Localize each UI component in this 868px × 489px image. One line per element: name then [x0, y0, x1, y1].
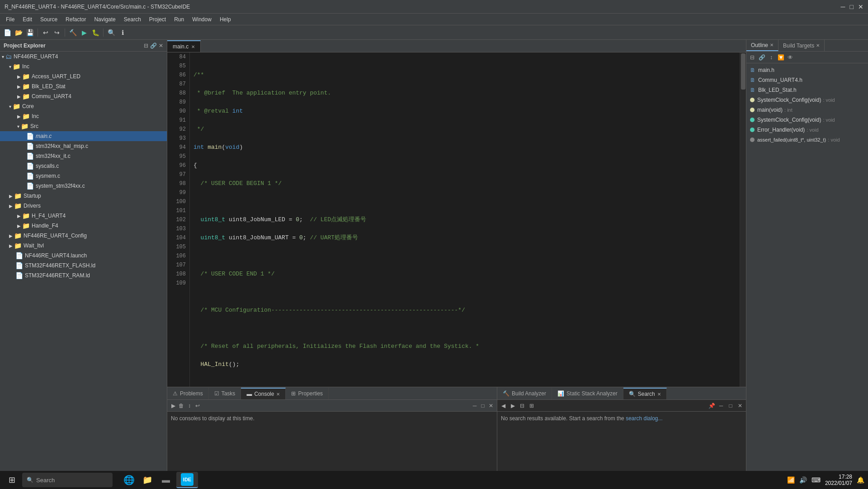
- tree-item-syscalls[interactable]: 📄 syscalls.c: [0, 161, 167, 171]
- taskbar-terminal-btn[interactable]: ▬: [158, 472, 174, 488]
- tab-build-analyzer[interactable]: 🔨 Build Analyzer: [497, 388, 552, 399]
- collapse-all-icon[interactable]: ⊟: [144, 43, 148, 49]
- taskbar-notification-icon[interactable]: 🔔: [857, 476, 864, 484]
- outline-item-main-h[interactable]: 🗎 main.h: [746, 65, 868, 75]
- search-show-previous-btn[interactable]: ◀: [499, 402, 507, 410]
- search-pin-btn[interactable]: 📌: [708, 402, 716, 410]
- tree-item-sysmem[interactable]: 📄 sysmem.c: [0, 171, 167, 181]
- outline-filter-btn[interactable]: 🔽: [777, 53, 785, 62]
- menu-project[interactable]: Project: [146, 15, 170, 24]
- tree-item-system-stm32f4xx[interactable]: 📄 system_stm32f4xx.c: [0, 181, 167, 191]
- menu-window[interactable]: Window: [189, 15, 215, 24]
- tab-close-icon[interactable]: ✕: [191, 44, 195, 49]
- search-expand-btn[interactable]: ⊞: [528, 402, 536, 410]
- taskbar-explorer-btn[interactable]: 📁: [139, 472, 156, 488]
- build-targets-close-icon[interactable]: ✕: [816, 43, 820, 48]
- tree-item-wait-ltvl[interactable]: ▶ 📁 Wait_ltvl: [0, 241, 167, 251]
- outline-link-with-editor-btn[interactable]: 🔗: [758, 53, 766, 62]
- outline-item-sysclock-decl[interactable]: SystemClock_Config(void) : void: [746, 95, 868, 105]
- console-close-btn[interactable]: ✕: [487, 402, 495, 410]
- tree-item-main-c[interactable]: 📄 main.c: [0, 131, 167, 141]
- tree-item-src[interactable]: ▾ 📁 Src: [0, 121, 167, 131]
- console-clear-btn[interactable]: 🗑: [177, 402, 185, 410]
- search-close-panel-btn[interactable]: ✕: [736, 402, 744, 410]
- run-button[interactable]: ▶: [79, 28, 89, 38]
- close-button[interactable]: ✕: [858, 3, 863, 10]
- menu-file[interactable]: File: [2, 15, 18, 24]
- console-scroll-lock-btn[interactable]: ↕: [185, 402, 193, 410]
- tree-item-config[interactable]: ▶ 📁 NF446RE_UART4_Config: [0, 231, 167, 241]
- taskbar-ide-btn[interactable]: IDE: [176, 472, 198, 488]
- menu-search[interactable]: Search: [120, 15, 145, 24]
- code-editor[interactable]: 84 85 86 87 88 89 90 91 92 93 94 95 96 9…: [167, 52, 746, 387]
- editor-scrollbar[interactable]: [740, 52, 746, 387]
- menu-run[interactable]: Run: [170, 15, 188, 24]
- menu-refactor[interactable]: Refactor: [62, 15, 90, 24]
- tree-item-nf446re-uart4[interactable]: ▾ 🗂 NF446RE_UART4: [0, 52, 167, 62]
- tab-problems[interactable]: ⚠ Problems: [167, 388, 209, 399]
- outline-item-sysclock-def[interactable]: SystemClock_Config(void) : void: [746, 115, 868, 125]
- outline-item-commu-uart4-h[interactable]: 🗎 Commu_UART4.h: [746, 75, 868, 85]
- debug-button[interactable]: 🐛: [90, 28, 100, 38]
- save-button[interactable]: 💾: [25, 28, 35, 38]
- tree-item-inc[interactable]: ▶ 📁 Inc: [0, 111, 167, 121]
- console-close-icon[interactable]: ✕: [276, 392, 280, 397]
- minimize-button[interactable]: ─: [841, 3, 845, 10]
- redo-button[interactable]: ↪: [52, 28, 62, 38]
- outline-item-blk-led-stat-h[interactable]: 🗎 Blk_LED_Stat.h: [746, 85, 868, 95]
- tree-item-includes[interactable]: ▾ 📁 Inc: [0, 62, 167, 71]
- outline-item-error-handler[interactable]: Error_Handler(void) : void: [746, 125, 868, 135]
- tree-item-handle-f4[interactable]: ▶ 📁 Handle_F4: [0, 221, 167, 231]
- search-button[interactable]: 🔍: [106, 28, 116, 38]
- search-minimize-btn[interactable]: ─: [717, 402, 725, 410]
- taskbar-browser-btn[interactable]: 🌐: [121, 472, 137, 488]
- console-word-wrap-btn[interactable]: ↩: [193, 402, 202, 410]
- tree-item-ram-ld[interactable]: 📄 STM32F446RETX_RAM.ld: [0, 271, 167, 280]
- outline-close-icon[interactable]: ✕: [770, 43, 774, 47]
- tree-item-flash-ld[interactable]: 📄 STM32F446RETX_FLASH.ld: [0, 261, 167, 271]
- menu-navigate[interactable]: Navigate: [90, 15, 119, 24]
- tree-item-blk-led-stat[interactable]: ▶ 📁 Blk_LED_Stat: [0, 81, 167, 91]
- console-minimize-btn[interactable]: ─: [471, 402, 479, 410]
- taskbar-search-box[interactable]: 🔍 Search: [22, 473, 113, 487]
- tab-static-stack[interactable]: 📊 Static Stack Analyzer: [552, 388, 623, 399]
- maximize-button[interactable]: □: [850, 3, 854, 10]
- tree-item-drivers[interactable]: ▶ 📁 Drivers: [0, 201, 167, 211]
- tab-console[interactable]: ▬ Console ✕: [241, 388, 286, 399]
- search-close-icon[interactable]: ✕: [657, 392, 661, 397]
- tab-properties[interactable]: ⊞ Properties: [286, 388, 329, 399]
- tree-item-stm32f4xx-it[interactable]: 📄 stm32f4xx_it.c: [0, 151, 167, 161]
- scrollbar-thumb[interactable]: [741, 53, 745, 90]
- tree-item-h-f4-uart4[interactable]: ▶ 📁 H_F4_UART4: [0, 211, 167, 221]
- link-icon[interactable]: 🔗: [150, 43, 157, 49]
- tab-build-targets[interactable]: Build Targets ✕: [778, 40, 825, 51]
- menu-help[interactable]: Help: [216, 15, 235, 24]
- close-explorer-icon[interactable]: ✕: [159, 43, 163, 49]
- undo-button[interactable]: ↩: [41, 28, 51, 38]
- tree-item-access-uart-led[interactable]: ▶ 📁 Access_UART_LED: [0, 71, 167, 81]
- console-maximize-btn[interactable]: □: [479, 402, 487, 410]
- tree-item-commu-uart4[interactable]: ▶ 📁 Commu_UART4: [0, 91, 167, 101]
- tab-main-c[interactable]: main.c ✕: [167, 40, 201, 52]
- build-button[interactable]: 🔨: [68, 28, 78, 38]
- outline-item-main[interactable]: main(void) : int: [746, 105, 868, 115]
- menu-edit[interactable]: Edit: [19, 15, 36, 24]
- outline-collapse-btn[interactable]: ⊟: [748, 53, 756, 62]
- code-content[interactable]: /** * @brief The application entry point…: [190, 52, 740, 387]
- info-button[interactable]: ℹ: [118, 28, 127, 38]
- tree-item-stm32f4xx-hal-msp[interactable]: 📄 stm32f4xx_hal_msp.c: [0, 141, 167, 151]
- console-open-console-btn[interactable]: ▶: [169, 402, 177, 410]
- tree-item-startup[interactable]: ▶ 📁 Startup: [0, 191, 167, 201]
- outline-item-assert-failed[interactable]: assert_failed(uint8_t*, uint32_t) : void: [746, 135, 868, 145]
- tree-item-core[interactable]: ▾ 📁 Core: [0, 101, 167, 111]
- search-show-next-btn[interactable]: ▶: [509, 402, 517, 410]
- search-dialog-link[interactable]: search dialog...: [626, 415, 662, 422]
- open-button[interactable]: 📂: [14, 28, 24, 38]
- start-button[interactable]: ⊞: [4, 472, 20, 488]
- tab-tasks[interactable]: ☑ Tasks: [209, 388, 241, 399]
- outline-hide-btn[interactable]: 👁: [786, 53, 794, 62]
- search-maximize-btn[interactable]: □: [726, 402, 735, 410]
- menu-source[interactable]: Source: [37, 15, 61, 24]
- tab-search[interactable]: 🔍 Search ✕: [623, 388, 667, 399]
- tab-outline[interactable]: Outline ✕: [746, 40, 778, 51]
